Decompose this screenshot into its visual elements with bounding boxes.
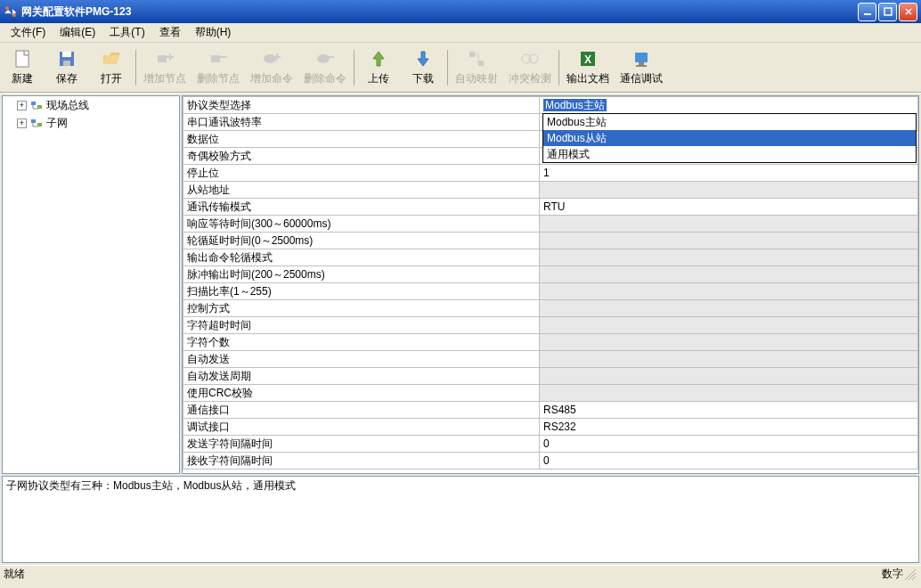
grid-value-cell[interactable]: RTU <box>540 199 918 216</box>
dropdown-list[interactable]: Modbus主站Modbus从站通用模式 <box>542 113 917 163</box>
grid-row[interactable]: 通信接口RS485 <box>183 402 918 419</box>
grid-row[interactable]: 接收字符间隔时间0 <box>183 453 918 470</box>
node-icon <box>29 116 44 130</box>
app-icon <box>4 4 18 19</box>
window-title: 网关配置软件PMG-123 <box>21 4 858 20</box>
svg-rect-23 <box>31 119 36 123</box>
menu-view[interactable]: 查看 <box>152 23 188 42</box>
grid-row[interactable]: 协议类型选择Modbus主站 <box>183 97 918 114</box>
menu-help[interactable]: 帮助(H) <box>188 23 239 42</box>
toolbar-excel-button[interactable]: X输出文档 <box>561 45 615 91</box>
menu-edit[interactable]: 编辑(E) <box>53 23 102 42</box>
toolbar-open-button[interactable]: 打开 <box>89 45 134 91</box>
grid-value-cell[interactable] <box>540 368 918 385</box>
toolbar-label: 新建 <box>12 71 33 86</box>
grid-row[interactable]: 通讯传输模式RTU <box>183 199 918 216</box>
upload-icon <box>368 48 389 69</box>
dropdown-option[interactable]: 通用模式 <box>543 146 916 162</box>
toolbar-add-cmd-button: 增加命令 <box>245 45 298 91</box>
grid-value-cell[interactable]: RS232 <box>540 419 918 436</box>
grid-row[interactable]: 响应等待时间(300～60000ms) <box>183 216 918 233</box>
tree-panel[interactable]: + 现场总线 + 子网 <box>2 95 180 474</box>
grid-row[interactable]: 字符超时时间 <box>183 317 918 334</box>
grid-row[interactable]: 调试接口RS232 <box>183 419 918 436</box>
grid-value-cell[interactable]: 0 <box>540 436 918 453</box>
grid-row[interactable]: 停止位1 <box>183 165 918 182</box>
grid-label-cell: 扫描比率(1～255) <box>183 283 540 300</box>
toolbar-label: 删除节点 <box>197 71 240 86</box>
add-cmd-icon <box>261 48 282 69</box>
grid-value-cell[interactable]: 1 <box>540 165 918 182</box>
grid-row[interactable]: 轮循延时时间(0～2500ms) <box>183 233 918 249</box>
grid-label-cell: 使用CRC校验 <box>183 385 540 402</box>
grid-value-cell[interactable] <box>540 233 918 249</box>
svg-rect-13 <box>478 61 484 66</box>
svg-point-0 <box>5 6 9 10</box>
grid-value-cell[interactable]: 0 <box>540 453 918 470</box>
grid-value-cell[interactable] <box>540 317 918 334</box>
dropdown-option[interactable]: Modbus从站 <box>543 130 916 146</box>
tree-node-subnet[interactable]: + 子网 <box>3 114 179 132</box>
toolbar-del-cmd-button: 删除命令 <box>298 45 352 91</box>
menu-bar: 文件(F) 编辑(E) 工具(T) 查看 帮助(H) <box>0 23 921 43</box>
grid-row[interactable]: 字符个数 <box>183 334 918 351</box>
grid-row[interactable]: 从站地址 <box>183 182 918 199</box>
svg-rect-2 <box>864 13 871 15</box>
svg-rect-20 <box>636 65 647 67</box>
grid-row[interactable]: 使用CRC校验 <box>183 385 918 402</box>
svg-point-1 <box>12 13 16 17</box>
grid-value-cell[interactable] <box>540 266 918 283</box>
grid-label-cell: 自动发送周期 <box>183 368 540 385</box>
menu-file[interactable]: 文件(F) <box>4 23 53 42</box>
grid-row[interactable]: 发送字符间隔时间0 <box>183 436 918 453</box>
toolbar-label: 增加命令 <box>250 71 293 86</box>
grid-row[interactable]: 输出命令轮循模式 <box>183 249 918 266</box>
maximize-button[interactable] <box>878 3 897 21</box>
expand-icon[interactable]: + <box>17 101 27 110</box>
dropdown-option[interactable]: Modbus主站 <box>543 114 916 130</box>
grid-value-cell[interactable]: RS485 <box>540 402 918 419</box>
toolbar-label: 输出文档 <box>566 71 609 86</box>
grid-label-cell: 从站地址 <box>183 182 540 199</box>
toolbar-download-button[interactable]: 下载 <box>401 45 445 91</box>
grid-row[interactable]: 自动发送 <box>183 351 918 368</box>
toolbar-label: 冲突检测 <box>509 71 551 86</box>
grid-value-cell[interactable] <box>540 385 918 402</box>
grid-label-cell: 字符超时时间 <box>183 317 540 334</box>
toolbar-save-button[interactable]: 保存 <box>45 45 89 91</box>
tree-node-fieldbus[interactable]: + 现场总线 <box>3 96 179 114</box>
grid-value-cell[interactable] <box>540 351 918 368</box>
grid-row[interactable]: 控制方式 <box>183 300 918 317</box>
menu-tools[interactable]: 工具(T) <box>102 23 151 42</box>
grid-value-cell[interactable] <box>540 334 918 351</box>
grid-label-cell: 脉冲输出时间(200～2500ms) <box>183 266 540 283</box>
toolbar-conflict-button: 冲突检测 <box>503 45 557 91</box>
close-button[interactable] <box>899 3 917 21</box>
debug-icon <box>631 48 652 69</box>
property-grid[interactable]: 协议类型选择Modbus主站串口通讯波特率数据位奇偶校验方式停止位1从站地址通讯… <box>182 95 919 474</box>
grid-label-cell: 接收字符间隔时间 <box>183 453 540 470</box>
minimize-button[interactable] <box>858 3 876 21</box>
toolbar-del-node-button: 删除节点 <box>192 45 245 91</box>
toolbar-label: 删除命令 <box>304 71 346 86</box>
svg-point-10 <box>264 54 276 63</box>
toolbar-new-button[interactable]: 新建 <box>0 45 45 91</box>
grid-value-cell[interactable] <box>540 249 918 266</box>
grid-value-cell[interactable] <box>540 300 918 317</box>
svg-rect-24 <box>37 123 42 127</box>
toolbar-debug-button[interactable]: 通信调试 <box>615 45 668 91</box>
expand-icon[interactable]: + <box>17 118 27 128</box>
grid-value-cell[interactable] <box>540 216 918 233</box>
toolbar-upload-button[interactable]: 上传 <box>356 45 401 91</box>
grid-row[interactable]: 自动发送周期 <box>183 368 918 385</box>
grid-row[interactable]: 脉冲输出时间(200～2500ms) <box>183 266 918 283</box>
status-bar: 就绪 数字 <box>0 565 921 583</box>
grid-value-cell[interactable]: Modbus主站 <box>540 97 918 114</box>
tree-label: 现场总线 <box>46 97 89 113</box>
grid-value-cell[interactable] <box>540 182 918 199</box>
open-icon <box>101 48 122 69</box>
grid-value-cell[interactable] <box>540 283 918 300</box>
toolbar-label: 自动映射 <box>455 71 498 86</box>
grid-row[interactable]: 扫描比率(1～255) <box>183 283 918 300</box>
resize-grip-icon[interactable] <box>903 568 917 582</box>
